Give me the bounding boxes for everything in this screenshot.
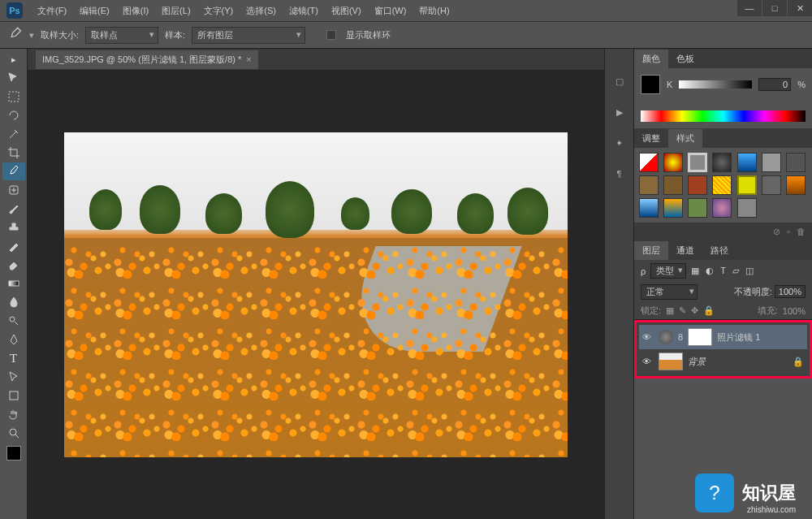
style-swatch[interactable] (712, 198, 732, 218)
document-tab[interactable]: IMG_3529.JPG @ 50% (照片滤镜 1, 图层蒙版/8) * × (36, 50, 258, 69)
type-tool[interactable]: T (2, 349, 25, 367)
sample-size-select[interactable]: 取样点 (85, 27, 158, 44)
menu-image[interactable]: 图像(I) (118, 3, 153, 19)
layer-row[interactable]: 👁 背景 🔒 (639, 349, 807, 374)
play-icon[interactable]: ▶ (611, 104, 628, 120)
style-swatch[interactable] (712, 175, 732, 195)
k-value[interactable]: 0 (758, 78, 791, 91)
style-swatch[interactable] (639, 153, 659, 172)
dodge-tool[interactable] (2, 312, 25, 330)
crop-tool[interactable] (2, 144, 25, 162)
layer-row[interactable]: 👁 8 照片滤镜 1 (639, 325, 807, 349)
filter-adjust-icon[interactable]: ◐ (706, 266, 714, 276)
style-swatch[interactable] (762, 153, 781, 172)
menu-layer[interactable]: 图层(L) (157, 3, 195, 19)
style-swatch[interactable] (712, 153, 732, 172)
zoom-tool[interactable] (2, 424, 25, 442)
triangle-icon[interactable]: ▾ (29, 30, 34, 41)
layer-name[interactable]: 照片滤镜 1 (717, 331, 804, 344)
style-swatch[interactable] (639, 198, 659, 218)
close-icon[interactable]: × (246, 54, 251, 64)
layer-name[interactable]: 背景 (688, 356, 788, 368)
marquee-tool[interactable] (2, 88, 25, 106)
foreground-color[interactable] (6, 446, 21, 461)
style-swatch[interactable] (786, 153, 806, 172)
layer-thumb[interactable] (659, 352, 683, 370)
lock-trans-icon[interactable]: ▦ (666, 305, 674, 316)
close-button[interactable]: ✕ (788, 0, 812, 16)
menu-edit[interactable]: 编辑(E) (75, 3, 114, 19)
tab-paths[interactable]: 路径 (702, 241, 736, 260)
filter-pixel-icon[interactable]: ▦ (691, 266, 699, 276)
layer-mask-thumb[interactable] (688, 328, 712, 346)
style-swatch[interactable] (786, 175, 806, 195)
style-swatch[interactable] (688, 153, 707, 172)
color-foreground[interactable] (641, 75, 660, 94)
filter-smart-icon[interactable]: ◫ (745, 266, 754, 276)
blur-tool[interactable] (2, 293, 25, 311)
filter-kind-icon[interactable]: ρ (641, 266, 646, 276)
style-swatch[interactable] (688, 175, 707, 195)
style-swatch[interactable] (688, 198, 707, 218)
lock-paint-icon[interactable]: ✎ (679, 305, 686, 316)
expand-icon[interactable]: ▸ (2, 50, 25, 68)
brush-preset-icon[interactable]: ✦ (611, 135, 628, 151)
color-spectrum[interactable] (641, 110, 806, 122)
menu-filter[interactable]: 滤镜(T) (284, 3, 323, 19)
maximize-button[interactable]: □ (762, 0, 787, 16)
clear-style-icon[interactable]: ⊘ (773, 227, 780, 237)
eraser-tool[interactable] (2, 256, 25, 274)
history-brush-tool[interactable] (2, 237, 25, 255)
sample-select[interactable]: 所有图层 (192, 27, 305, 44)
menu-window[interactable]: 窗口(W) (369, 3, 412, 19)
brush-tool[interactable] (2, 200, 25, 218)
healing-tool[interactable] (2, 181, 25, 199)
paragraph-icon[interactable]: ¶ (611, 166, 628, 182)
hand-tool[interactable] (2, 405, 25, 423)
menu-help[interactable]: 帮助(H) (414, 3, 454, 19)
lasso-tool[interactable] (2, 106, 25, 124)
lock-pos-icon[interactable]: ✥ (691, 305, 698, 316)
k-slider[interactable] (679, 80, 752, 89)
new-style-icon[interactable]: ▫ (787, 227, 790, 236)
tab-channels[interactable]: 通道 (668, 241, 702, 260)
fill-value[interactable]: 100% (783, 306, 806, 316)
gradient-tool[interactable] (2, 275, 25, 292)
tab-layers[interactable]: 图层 (634, 241, 668, 260)
blend-mode-select[interactable]: 正常 (641, 284, 698, 300)
style-swatch[interactable] (663, 175, 683, 195)
move-tool[interactable] (2, 69, 25, 87)
minimize-button[interactable]: — (737, 0, 762, 16)
menu-file[interactable]: 文件(F) (32, 3, 71, 19)
menu-view[interactable]: 视图(V) (326, 3, 366, 19)
style-swatch[interactable] (737, 198, 757, 218)
canvas[interactable] (64, 132, 568, 457)
eyedropper-tool[interactable] (2, 162, 25, 180)
style-swatch[interactable] (737, 175, 757, 195)
wand-tool[interactable] (2, 125, 25, 143)
tab-swatches[interactable]: 色板 (668, 50, 702, 68)
style-swatch[interactable] (762, 175, 781, 195)
style-swatch[interactable] (663, 153, 683, 172)
shape-tool[interactable] (2, 387, 25, 404)
style-swatch[interactable] (737, 153, 757, 172)
style-swatch[interactable] (639, 175, 659, 195)
trash-icon[interactable]: 🗑 (797, 227, 806, 236)
filter-kind-select[interactable]: 类型 (650, 263, 686, 279)
visibility-icon[interactable]: 👁 (642, 357, 654, 366)
filter-type-icon[interactable]: T (720, 266, 726, 276)
tab-styles[interactable]: 样式 (668, 129, 702, 148)
history-icon[interactable]: ▢ (611, 73, 628, 89)
tab-adjustments[interactable]: 调整 (634, 129, 668, 148)
visibility-icon[interactable]: 👁 (642, 332, 654, 342)
style-swatch[interactable] (663, 198, 683, 218)
tab-color[interactable]: 颜色 (634, 50, 668, 68)
path-select-tool[interactable] (2, 368, 25, 386)
menu-type[interactable]: 文字(Y) (199, 3, 239, 19)
menu-select[interactable]: 选择(S) (241, 3, 281, 19)
stamp-tool[interactable] (2, 218, 25, 236)
show-ring-checkbox[interactable] (326, 30, 336, 40)
opacity-value[interactable]: 100% (775, 285, 806, 298)
pen-tool[interactable] (2, 331, 25, 348)
filter-shape-icon[interactable]: ▱ (732, 266, 739, 276)
